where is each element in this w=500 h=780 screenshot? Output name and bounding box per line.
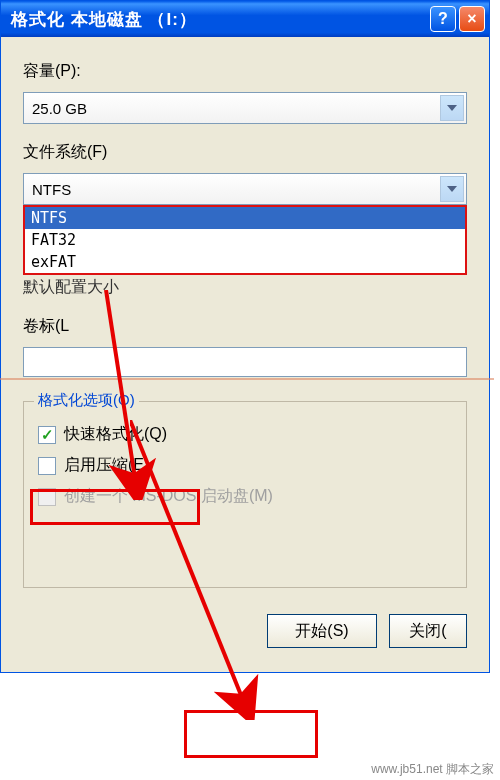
msdos-label: 创建一个 MS-DOS 启动盘(M) [64, 486, 273, 507]
allocation-partial: 默认配置大小 [23, 277, 467, 298]
titlebar[interactable]: 格式化 本地磁盘 （I:） ? × [1, 1, 489, 37]
watermark: www.jb51.net 脚本之家 [371, 761, 494, 778]
msdos-checkbox [38, 488, 56, 506]
quick-format-label: 快速格式化(Q) [64, 424, 167, 445]
annotation-highlight-start [184, 710, 318, 758]
compress-checkbox[interactable] [38, 457, 56, 475]
start-button[interactable]: 开始(S) [267, 614, 377, 648]
format-dialog: 格式化 本地磁盘 （I:） ? × 容量(P): 25.0 GB 文件系统(F)… [0, 0, 490, 673]
quick-format-row[interactable]: 快速格式化(Q) [38, 424, 452, 445]
compress-label: 启用压缩(E) [64, 455, 149, 476]
button-row: 开始(S) 关闭( [23, 614, 467, 648]
annotation-line [0, 378, 500, 380]
close-icon: × [467, 10, 476, 28]
filesystem-label: 文件系统(F) [23, 142, 467, 163]
filesystem-value: NTFS [32, 181, 71, 198]
chevron-down-icon[interactable] [440, 95, 464, 121]
crop-edge [494, 0, 500, 780]
capacity-value: 25.0 GB [32, 100, 87, 117]
filesystem-select[interactable]: NTFS [23, 173, 467, 205]
compress-row[interactable]: 启用压缩(E) [38, 455, 452, 476]
msdos-row: 创建一个 MS-DOS 启动盘(M) [38, 486, 452, 507]
fs-option-ntfs[interactable]: NTFS [25, 207, 465, 229]
help-button[interactable]: ? [430, 6, 456, 32]
volume-label: 卷标(L [23, 316, 467, 337]
fs-option-exfat[interactable]: exFAT [25, 251, 465, 273]
dialog-body: 容量(P): 25.0 GB 文件系统(F) NTFS NTFS FAT32 e… [1, 37, 489, 672]
close-dialog-button[interactable]: 关闭( [389, 614, 467, 648]
volume-input[interactable] [23, 347, 467, 377]
capacity-select[interactable]: 25.0 GB [23, 92, 467, 124]
close-button-label: 关闭( [409, 621, 446, 642]
chevron-down-icon[interactable] [440, 176, 464, 202]
close-button[interactable]: × [459, 6, 485, 32]
filesystem-dropdown: NTFS FAT32 exFAT [23, 205, 467, 275]
capacity-label: 容量(P): [23, 61, 467, 82]
help-icon: ? [438, 10, 448, 28]
quick-format-checkbox[interactable] [38, 426, 56, 444]
format-options-group: 格式化选项(O) 快速格式化(Q) 启用压缩(E) 创建一个 MS-DOS 启动… [23, 401, 467, 588]
window-title: 格式化 本地磁盘 （I:） [11, 8, 427, 31]
start-button-label: 开始(S) [295, 621, 348, 642]
format-options-legend: 格式化选项(O) [34, 391, 139, 410]
fs-option-fat32[interactable]: FAT32 [25, 229, 465, 251]
